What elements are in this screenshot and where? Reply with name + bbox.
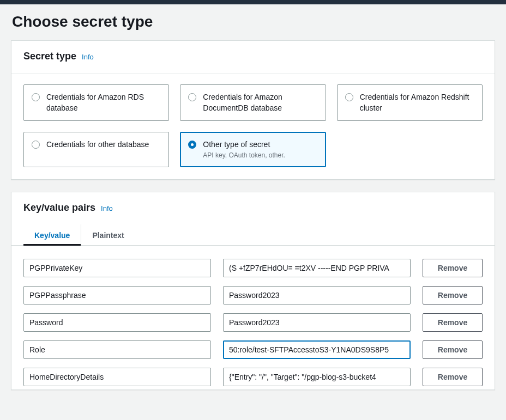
secret-type-option-2[interactable]: Credentials for Amazon Redshift cluster — [337, 84, 483, 121]
radio-icon — [188, 93, 196, 101]
kv-value-input[interactable] — [223, 313, 411, 332]
kv-value-input[interactable] — [223, 340, 411, 359]
tab-plaintext[interactable]: Plaintext — [81, 224, 135, 245]
secret-type-options: Credentials for Amazon RDS databaseCrede… — [11, 74, 495, 179]
kv-row: Remove — [23, 313, 483, 332]
kv-value-input[interactable] — [223, 368, 411, 386]
secret-type-info-link[interactable]: Info — [82, 53, 94, 61]
kv-panel-title: Key/value pairs — [23, 202, 95, 214]
radio-sublabel: API key, OAuth token, other. — [203, 151, 285, 160]
radio-label: Credentials for other database — [46, 139, 149, 150]
remove-button[interactable]: Remove — [423, 340, 483, 359]
radio-text-wrap: Credentials for Amazon DocumentDB databa… — [203, 92, 317, 114]
kv-key-input[interactable] — [23, 340, 211, 359]
secret-type-option-0[interactable]: Credentials for Amazon RDS database — [23, 84, 169, 121]
radio-label: Credentials for Amazon DocumentDB databa… — [203, 92, 317, 114]
kv-row: Remove — [23, 340, 483, 359]
remove-button[interactable]: Remove — [423, 368, 483, 386]
kv-row: Remove — [23, 286, 483, 305]
kv-row: Remove — [23, 368, 483, 386]
secret-type-option-1[interactable]: Credentials for Amazon DocumentDB databa… — [180, 84, 326, 121]
kv-key-input[interactable] — [23, 368, 211, 386]
radio-icon — [188, 141, 196, 149]
kv-key-input[interactable] — [23, 259, 211, 277]
kv-value-input[interactable] — [223, 286, 411, 305]
secret-type-title: Secret type — [23, 51, 76, 62]
radio-text-wrap: Credentials for Amazon Redshift cluster — [360, 92, 474, 114]
radio-text-wrap: Credentials for Amazon RDS database — [46, 92, 161, 114]
secret-type-option-3[interactable]: Credentials for other database — [23, 132, 169, 167]
radio-icon — [32, 93, 40, 101]
secret-type-option-4[interactable]: Other type of secretAPI key, OAuth token… — [180, 132, 326, 167]
kv-info-link[interactable]: Info — [101, 204, 113, 212]
remove-button[interactable]: Remove — [423, 286, 483, 305]
top-nav-bar — [0, 0, 506, 4]
kv-row: Remove — [23, 259, 483, 277]
tab-key-value[interactable]: Key/value — [23, 224, 81, 245]
radio-label: Credentials for Amazon Redshift cluster — [360, 92, 474, 114]
secret-type-panel: Secret type Info Credentials for Amazon … — [11, 40, 495, 180]
kv-panel-header: Key/value pairs Info — [11, 192, 495, 217]
kv-rows-container: RemoveRemoveRemoveRemoveRemove — [11, 246, 495, 389]
radio-icon — [345, 93, 353, 101]
radio-icon — [32, 141, 40, 149]
radio-text-wrap: Other type of secretAPI key, OAuth token… — [203, 139, 285, 160]
page-title: Choose secret type — [12, 13, 495, 31]
secret-type-panel-header: Secret type Info — [11, 41, 495, 65]
kv-tabs: Key/valuePlaintext — [11, 224, 495, 246]
remove-button[interactable]: Remove — [423, 313, 483, 332]
remove-button[interactable]: Remove — [423, 259, 483, 277]
radio-text-wrap: Credentials for other database — [46, 139, 149, 150]
kv-key-input[interactable] — [23, 286, 211, 305]
radio-label: Credentials for Amazon RDS database — [46, 92, 161, 114]
radio-label: Other type of secret — [203, 139, 285, 150]
kv-value-input[interactable] — [223, 259, 411, 277]
key-value-panel: Key/value pairs Info Key/valuePlaintext … — [11, 192, 495, 390]
kv-key-input[interactable] — [23, 313, 211, 332]
page-container: Choose secret type Secret type Info Cred… — [0, 4, 506, 418]
